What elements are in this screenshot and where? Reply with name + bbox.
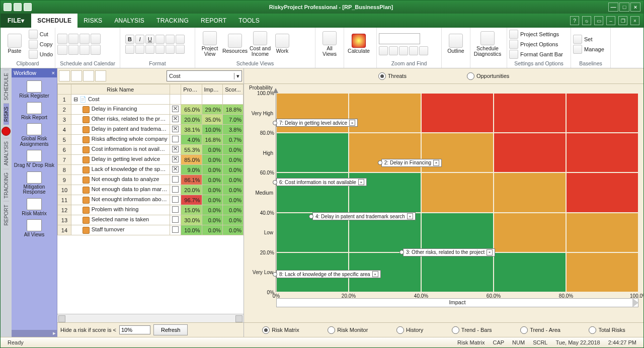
table-row[interactable]: 9Not enough data to analyze86.1%0.0%0.0% [58, 175, 244, 185]
risk-bubble[interactable]: 6: Cost information is not available× [276, 178, 367, 186]
workflow-item[interactable]: Drag N' Drop Risk [14, 150, 54, 168]
view-tab[interactable]: Risk Matrix [262, 326, 299, 334]
table-row[interactable]: 11Not enought information about competit… [58, 195, 244, 205]
col-prob[interactable]: Prob... [181, 84, 202, 95]
workflow-close-icon[interactable]: × [52, 70, 55, 76]
statusbar: Ready Risk Matrix CAP NUM SCRL Tue, May … [1, 337, 643, 347]
win-icon-1[interactable]: ⍉ [582, 16, 591, 25]
sort-desc-button[interactable] [71, 70, 82, 81]
baseline-manage-button[interactable]: Manage [573, 45, 604, 54]
undo-button[interactable]: Undo [29, 50, 53, 59]
tab-schedule[interactable]: SCHEDULE [31, 14, 77, 28]
table-row[interactable]: 7Delay in getting level advice85.0%0.0%0… [58, 155, 244, 165]
col-score[interactable]: Scor... [222, 84, 243, 95]
id-button[interactable] [95, 70, 106, 81]
tab-tracking[interactable]: TRACKING [150, 14, 195, 28]
mdi-min[interactable]: – [606, 16, 615, 25]
table-row[interactable]: 6Cost information is not available55.3%0… [58, 145, 244, 155]
bold-button[interactable]: B [125, 35, 134, 44]
italic-button[interactable]: I [135, 35, 144, 44]
win-icon-2[interactable]: ▭ [594, 16, 603, 25]
zoom-out-icon[interactable] [389, 46, 398, 55]
y-axis-title: Probability [249, 85, 273, 91]
risk-bubble[interactable]: 7: Delay in getting level advice× [276, 119, 358, 127]
workflow-item[interactable]: Risk Matrix [22, 198, 46, 217]
resources-button[interactable]: Resources [222, 34, 248, 54]
hide-threshold-input[interactable] [119, 325, 150, 334]
tab-file[interactable]: FILE ▾ [1, 14, 31, 28]
goto-icon[interactable] [419, 46, 428, 55]
minimize-button[interactable]: — [608, 3, 618, 12]
diagnostics-button[interactable]: Schedule Diagnostics [472, 31, 503, 57]
table-row[interactable]: 10Not enough data to plan marketing20.0%… [58, 185, 244, 195]
view-tab[interactable]: History [396, 326, 423, 334]
table-row[interactable]: 13Selected name is taken30.0%0.0%0.0% [58, 215, 244, 225]
project-options-button[interactable]: Project Options [509, 40, 563, 49]
view-tab[interactable]: Total Risks [589, 326, 625, 334]
qat[interactable] [1, 3, 54, 11]
side-tab-report[interactable]: REPORT [4, 201, 9, 229]
mdi-max[interactable]: ❐ [618, 16, 627, 25]
work-button[interactable]: Work [273, 34, 292, 54]
maximize-button[interactable]: □ [619, 3, 629, 12]
view-tab[interactable]: Trend - Area [520, 326, 560, 334]
find-icon[interactable] [409, 46, 418, 55]
outline-button[interactable]: Outline [444, 34, 468, 54]
titlebar: RiskyProject Professional - [RP_Business… [1, 1, 643, 14]
table-row[interactable]: 4Delay in patent and trademark search38.… [58, 125, 244, 135]
view-tab[interactable]: Trend - Bars [452, 326, 492, 334]
category-dropdown[interactable]: Cost▾ [167, 70, 242, 81]
table-row[interactable]: 3Other risks, related to the project20.0… [58, 115, 244, 125]
risk-bubble[interactable]: 3: Other risks, related to the project× [403, 248, 495, 256]
copy-button[interactable]: Copy [29, 40, 53, 49]
close-button[interactable]: × [630, 3, 640, 12]
workflow-item[interactable]: Risk Register [19, 80, 49, 99]
col-impact[interactable]: Impact [202, 84, 222, 95]
find-input[interactable] [379, 33, 420, 44]
help-icon[interactable]: ? [570, 16, 579, 25]
side-tab-risks[interactable]: RISKS [4, 103, 9, 125]
all-views-button[interactable]: All Views [317, 31, 342, 57]
side-tab-tracking[interactable]: TRACKING [4, 169, 9, 202]
table-row[interactable]: 12Problem with hiring15.0%0.0%0.0% [58, 205, 244, 215]
project-settings-button[interactable]: Project Settings [509, 30, 563, 39]
baseline-set-button[interactable]: Set [573, 35, 604, 44]
table-row[interactable]: 2Delay in Financing65.0%29.0%18.8% [58, 105, 244, 115]
calculate-button[interactable]: Calculate [346, 34, 371, 54]
cut-button[interactable]: Cut [29, 30, 53, 39]
underline-button[interactable]: U [145, 35, 154, 44]
view-tab[interactable]: Risk Monitor [328, 326, 368, 334]
zoom-fit-icon[interactable] [399, 46, 408, 55]
tab-analysis[interactable]: ANALYSIS [108, 14, 150, 28]
risk-bubble[interactable]: 2: Delay in Financing× [381, 159, 442, 167]
mdi-close[interactable]: × [630, 16, 639, 25]
tab-report[interactable]: REPORT [195, 14, 232, 28]
side-tab-schedule[interactable]: SCHEDULE [4, 69, 9, 103]
workflow-item[interactable]: All Views [24, 219, 44, 238]
table-row[interactable]: 5Risks affecting whole company4.0%16.8%0… [58, 135, 244, 145]
workflow-item[interactable]: Mitigation Response [13, 171, 56, 195]
risk-bubble[interactable]: 4: Delay in patent and trademark search× [312, 212, 416, 220]
tab-tools[interactable]: TOOLS [232, 14, 266, 28]
filter-button[interactable] [83, 70, 94, 81]
side-tab-analysis[interactable]: ANALYSIS [4, 138, 9, 168]
table-row[interactable]: 8Lack of knowledge of the specific area9… [58, 165, 244, 175]
refresh-button[interactable]: Refresh [153, 324, 188, 335]
workflow-expand-icon[interactable]: ▸ [12, 330, 57, 337]
grid-h-scrollbar[interactable] [57, 314, 244, 322]
format-gantt-button[interactable]: Format Gantt Bar [509, 50, 563, 59]
zoom-in-icon[interactable] [379, 46, 388, 55]
radio-opportunities[interactable]: Opportunities [467, 72, 509, 80]
col-riskname[interactable]: Risk Name [71, 84, 170, 95]
table-row[interactable]: 14Staff turnover10.0%0.0%0.0% [58, 225, 244, 235]
sort-asc-button[interactable] [59, 70, 70, 81]
schedcal-buttons[interactable] [57, 34, 101, 55]
workflow-item[interactable]: Risk Report [21, 102, 47, 121]
radio-threats[interactable]: Threats [378, 72, 407, 80]
tab-risks[interactable]: RISKS [77, 14, 108, 28]
risk-bubble[interactable]: 8: Lack of knowledge of the specific are… [276, 270, 381, 278]
paste-button[interactable]: Paste [3, 34, 27, 54]
cost-income-button[interactable]: Cost and Income [248, 31, 273, 57]
project-view-button[interactable]: Project View [197, 31, 222, 57]
workflow-item[interactable]: Global Risk Assignments [13, 123, 56, 147]
